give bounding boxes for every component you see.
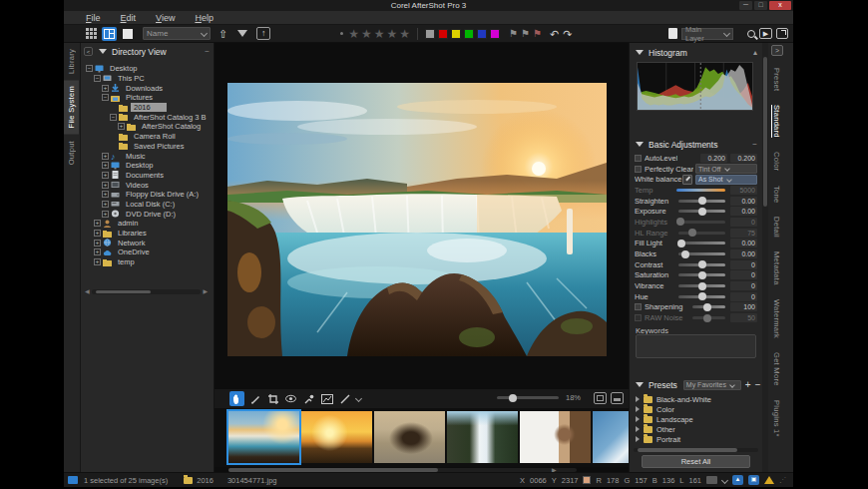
raw-noise-value[interactable]: 50 xyxy=(730,313,757,322)
right-tab-plugins-1-[interactable]: Plugins 1* xyxy=(768,393,785,444)
tree-item-dvd-drive-d-[interactable]: +DVD Drive (D:) xyxy=(81,209,214,219)
right-tab-color[interactable]: Color xyxy=(768,145,785,178)
tree-item-pictures[interactable]: −Pictures xyxy=(81,93,214,103)
color-label-swatch[interactable] xyxy=(425,29,435,39)
raw-noise-checkbox[interactable] xyxy=(635,314,642,321)
hl-range-value[interactable]: 75 xyxy=(730,229,757,238)
straighten-slider[interactable] xyxy=(678,200,725,203)
hue-slider[interactable] xyxy=(678,295,725,298)
saturation-slider[interactable] xyxy=(678,273,725,276)
expand-node-icon[interactable]: + xyxy=(94,258,101,265)
color-label-swatch[interactable] xyxy=(477,29,487,39)
section-expand-icon[interactable] xyxy=(636,50,644,55)
tree-item-videos[interactable]: +Videos xyxy=(81,180,214,190)
preset-folder-landscape[interactable]: Landscape xyxy=(636,414,756,424)
right-tab-detail[interactable]: Detail xyxy=(768,210,785,244)
expand-node-icon[interactable]: + xyxy=(102,211,109,218)
preset-folder-black-and-white[interactable]: Black-and-White xyxy=(636,394,756,404)
tree-item-aftershot-catalog-3-b[interactable]: −AfterShot Catalog 3 B xyxy=(81,112,214,122)
exposure-slider[interactable] xyxy=(678,210,725,213)
hue-value[interactable]: 0 xyxy=(730,292,757,301)
tools-chevron-icon[interactable] xyxy=(355,395,362,402)
raw-noise-slider-thumb[interactable] xyxy=(703,314,711,322)
scroll-right-icon[interactable]: ▶ xyxy=(203,288,208,295)
expand-node-icon[interactable]: + xyxy=(94,220,101,227)
temp-value[interactable]: 5000 xyxy=(730,186,757,195)
vibrance-slider[interactable] xyxy=(678,284,725,287)
maximize-button[interactable]: □ xyxy=(754,1,767,10)
temp-slider[interactable] xyxy=(676,189,725,192)
collapse-section-icon[interactable]: − xyxy=(752,140,757,149)
sharpening-slider[interactable] xyxy=(692,305,725,308)
sharpening-slider-thumb[interactable] xyxy=(703,303,711,311)
perfectly-clear-checkbox[interactable] xyxy=(635,166,642,173)
tree-item-floppy-disk-drive-a-[interactable]: +Floppy Disk Drive (A:) xyxy=(81,190,214,200)
straighten-value[interactable]: 0.00 xyxy=(730,197,757,206)
saturation-value[interactable]: 0 xyxy=(730,270,757,279)
sharpening-value[interactable]: 100 xyxy=(730,302,757,311)
left-tab-library[interactable]: Library xyxy=(64,43,79,80)
highlights-slider-thumb[interactable] xyxy=(676,218,684,226)
resize-grip[interactable]: ⋰ xyxy=(779,476,787,484)
expand-node-icon[interactable] xyxy=(636,396,640,402)
hl-range-slider[interactable] xyxy=(678,232,725,235)
expand-node-icon[interactable]: + xyxy=(94,240,101,246)
photo-preview[interactable] xyxy=(227,83,607,356)
exposure-slider-thumb[interactable] xyxy=(698,208,706,216)
section-expand-icon[interactable] xyxy=(636,142,644,147)
blacks-slider[interactable] xyxy=(678,252,725,255)
sync-lock-icon[interactable]: ▣ xyxy=(748,475,759,485)
no-rating-dot-icon[interactable] xyxy=(340,32,343,35)
blacks-value[interactable]: 0.00 xyxy=(730,249,757,258)
fill-light-slider-thumb[interactable] xyxy=(677,240,685,247)
layer-select[interactable]: Main Layer xyxy=(681,28,733,40)
thumbnail-horse[interactable] xyxy=(374,411,445,463)
exposure-value[interactable]: 0.00 xyxy=(730,207,757,216)
expand-node-icon[interactable]: + xyxy=(102,162,109,169)
menu-help[interactable]: Help xyxy=(195,13,214,23)
sort-ascending-icon[interactable]: ⇧ xyxy=(218,29,227,39)
blacks-slider-thumb[interactable] xyxy=(681,250,689,258)
star-icon[interactable]: ★ xyxy=(374,28,385,40)
tree-item-admin[interactable]: +admin xyxy=(81,219,214,229)
presets-favorites-select[interactable]: My Favorites xyxy=(683,380,741,390)
filmstrip-panel-icon[interactable] xyxy=(611,392,624,404)
flag-reject-icon[interactable]: ⚑ xyxy=(533,28,542,40)
sort-field-select[interactable]: Name xyxy=(143,27,211,40)
white-balance-select[interactable]: As Shot xyxy=(695,175,757,185)
highlights-slider[interactable] xyxy=(678,221,725,224)
thumbnail-sunsethorses[interactable] xyxy=(301,411,372,463)
panel-menu-icon[interactable]: − xyxy=(205,47,210,56)
expand-node-icon[interactable]: + xyxy=(102,191,109,198)
autolevel-value-1[interactable]: 0.200 xyxy=(730,154,757,163)
pan-tool-button[interactable] xyxy=(229,391,244,406)
crop-tool-button[interactable] xyxy=(265,391,280,406)
perfectly-clear-select[interactable]: Tint Off xyxy=(695,164,757,174)
whitebalance-picker-button[interactable] xyxy=(301,391,316,406)
tree-item-this-pc[interactable]: −This PC xyxy=(81,74,214,84)
straighten-slider-thumb[interactable] xyxy=(698,197,706,205)
contrast-slider[interactable] xyxy=(678,263,725,266)
hl-range-slider-thumb[interactable] xyxy=(688,229,696,237)
tree-item-desktop[interactable]: +Desktop xyxy=(81,161,214,171)
tree-item-camera-roll[interactable]: +Camera Roll xyxy=(81,132,214,142)
collapse-node-icon[interactable]: − xyxy=(110,114,117,121)
single-view-button[interactable] xyxy=(120,27,135,41)
tree-item-desktop[interactable]: −Desktop xyxy=(81,64,214,74)
flag-outline-icon[interactable]: ⚑ xyxy=(521,28,530,40)
right-tab-tone[interactable]: Tone xyxy=(768,179,785,210)
section-expand-icon[interactable] xyxy=(99,49,107,54)
left-tab-output[interactable]: Output xyxy=(64,135,79,171)
raw-noise-slider[interactable] xyxy=(692,316,725,319)
grid-view-button[interactable] xyxy=(84,27,99,41)
sync-up-icon[interactable]: ▲ xyxy=(732,475,743,485)
thumbnail-panel-icon[interactable] xyxy=(594,392,607,404)
heal-clone-tool-button[interactable] xyxy=(319,391,334,406)
flag-pick-icon[interactable]: ⚑ xyxy=(509,28,518,40)
minimize-button[interactable]: ─ xyxy=(739,1,752,10)
softproof-icon[interactable] xyxy=(706,476,717,484)
thumbnail-waterfall[interactable] xyxy=(228,411,299,463)
expand-node-icon[interactable] xyxy=(636,426,640,432)
presets-scrollbar[interactable] xyxy=(634,448,758,452)
directory-scrollbar[interactable]: ◀ ▶ xyxy=(85,288,208,295)
